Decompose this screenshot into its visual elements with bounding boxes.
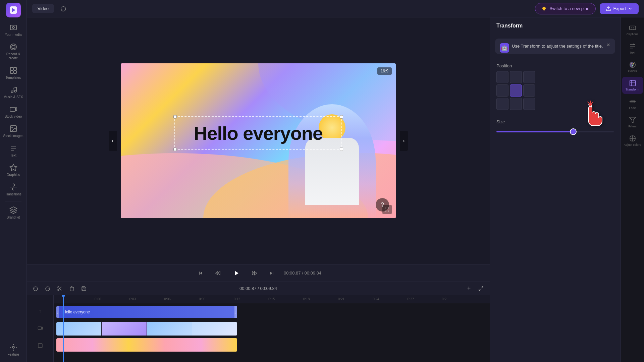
timeline-area: 00:00.87 / 00:09.84 + T [27, 282, 490, 362]
position-cell-bl[interactable] [496, 98, 508, 110]
skip-end-btn[interactable] [266, 268, 277, 279]
sidebar-item-transitions[interactable]: Transitions [1, 180, 25, 199]
captions-icon [629, 24, 636, 32]
sidebar-item-your-media-label: Your media [5, 33, 21, 37]
size-slider-track[interactable] [496, 131, 614, 132]
position-cell-bc[interactable] [510, 98, 522, 110]
right-sidebar-adjust-colors[interactable]: Adjust colors [622, 132, 643, 149]
text-track-handle-left[interactable]: ⋮ [56, 306, 59, 318]
text-track-row: ⋮ Hello everyone ⋮ [54, 305, 490, 321]
svg-rect-5 [10, 67, 13, 70]
sidebar-item-text[interactable]: Text [1, 141, 25, 160]
save-btn[interactable] [79, 284, 89, 293]
position-cell-mc[interactable] [510, 84, 522, 97]
skip-start-btn[interactable] [195, 268, 206, 279]
handle-tr[interactable] [340, 115, 343, 118]
right-panel: Transform 🤖 Use Transform to adjust the … [490, 17, 644, 362]
sidebar-item-your-media[interactable]: Your media [1, 21, 25, 40]
switch-plan-btn[interactable]: Switch to a new plan [535, 3, 596, 14]
sidebar-item-feature[interactable]: Feature [1, 341, 25, 359]
right-sidebar-transform[interactable]: Transform [622, 77, 643, 94]
app-logo[interactable] [6, 3, 21, 17]
help-btn[interactable]: ? [376, 198, 389, 212]
svg-point-24 [633, 63, 634, 64]
sidebar-item-templates[interactable]: Templates [1, 64, 25, 82]
svg-point-10 [14, 90, 16, 92]
text-track-handle-right[interactable]: ⋮ [234, 306, 237, 318]
undo-btn[interactable] [58, 3, 69, 14]
video-thumb-2 [102, 322, 147, 336]
canvas-left-arrow[interactable]: ‹ [109, 131, 117, 151]
sidebar-item-music[interactable]: Music & SFX [1, 83, 25, 102]
stock-video-icon [9, 105, 17, 113]
undo-timeline-btn[interactable] [31, 284, 40, 293]
position-cell-tc[interactable] [510, 71, 522, 83]
playback-bar: 00:00.87 / 00:09.84 [27, 264, 490, 282]
cut-btn[interactable] [55, 284, 64, 293]
video-track-content[interactable] [56, 322, 487, 336]
position-cell-br[interactable] [523, 98, 535, 110]
bg-track-content[interactable] [56, 338, 487, 352]
tooltip-close-btn[interactable]: ✕ [605, 42, 612, 49]
right-sidebar-fade[interactable]: Fade [622, 95, 643, 112]
redo-timeline-btn[interactable] [43, 284, 52, 293]
text-right-label: Text [630, 51, 635, 54]
text-sidebar-icon [9, 144, 17, 152]
chevron-down-icon [628, 6, 633, 11]
right-sidebar-text[interactable]: Text [622, 40, 643, 57]
sidebar-item-record-create[interactable]: Record &create [1, 40, 25, 63]
size-slider-thumb[interactable] [570, 128, 577, 135]
sidebar-item-stock-video[interactable]: Stock video [1, 103, 25, 121]
text-track-clip[interactable]: ⋮ Hello everyone ⋮ [56, 306, 237, 318]
svg-point-9 [11, 91, 13, 93]
gem-icon [541, 6, 547, 11]
timeline-add-btn[interactable]: + [464, 284, 474, 293]
position-cell-tl[interactable] [496, 71, 508, 83]
left-sidebar: Your media Record &create Templates Musi… [0, 0, 27, 362]
handle-br[interactable] [340, 147, 343, 151]
canvas-title-text: Hello everyone [182, 122, 335, 144]
video-track-row [54, 321, 490, 337]
position-cell-tr[interactable] [523, 71, 535, 83]
position-label: Position [490, 59, 621, 71]
tooltip-icon: 🤖 [500, 43, 509, 53]
right-sidebar-colors[interactable]: Colors [622, 58, 643, 75]
graphics-icon [9, 164, 17, 172]
svg-rect-11 [10, 107, 15, 111]
position-cell-mr[interactable] [523, 84, 535, 97]
svg-point-23 [631, 63, 632, 64]
svg-rect-8 [14, 71, 16, 73]
sidebar-item-feature-label: Feature [7, 353, 19, 357]
handle-tl[interactable] [173, 115, 177, 118]
delete-btn[interactable] [67, 284, 76, 293]
feature-icon [9, 343, 17, 351]
sidebar-item-templates-label: Templates [6, 76, 21, 80]
canvas-frame[interactable]: Hello everyone 16:9 [121, 63, 396, 218]
video-tab[interactable]: Video [32, 4, 54, 13]
right-sidebar-captions[interactable]: Captions [622, 21, 643, 39]
canvas-right-arrow[interactable]: › [400, 131, 408, 151]
position-cell-ml[interactable] [496, 84, 508, 97]
filters-label: Filters [628, 125, 637, 128]
svg-rect-7 [10, 71, 13, 73]
timeline-expand-btn[interactable] [476, 284, 486, 293]
sidebar-item-graphics[interactable]: Graphics [1, 161, 25, 180]
handle-bl[interactable] [173, 147, 177, 151]
size-section [490, 127, 621, 138]
video-track-clip[interactable] [56, 322, 237, 336]
export-btn[interactable]: Export [600, 3, 639, 14]
right-sidebar-filters[interactable]: Filters [622, 114, 643, 131]
canvas-text-selection[interactable]: Hello everyone [174, 116, 342, 150]
right-icon-sidebar: Captions Text Colors Transform [621, 17, 644, 362]
forward-btn[interactable] [249, 268, 260, 279]
play-btn[interactable] [230, 267, 242, 279]
sidebar-item-stock-images[interactable]: Stock images [1, 122, 25, 141]
bg-track-clip[interactable] [56, 338, 237, 352]
text-track-label: T [27, 303, 53, 319]
timeline-playhead[interactable] [63, 295, 64, 362]
colors-icon [629, 61, 636, 68]
sidebar-item-brand-kit[interactable]: Brand kit [1, 203, 25, 222]
rewind-btn[interactable] [213, 268, 223, 279]
svg-point-15 [12, 346, 14, 348]
text-track-content[interactable]: ⋮ Hello everyone ⋮ [56, 306, 487, 319]
